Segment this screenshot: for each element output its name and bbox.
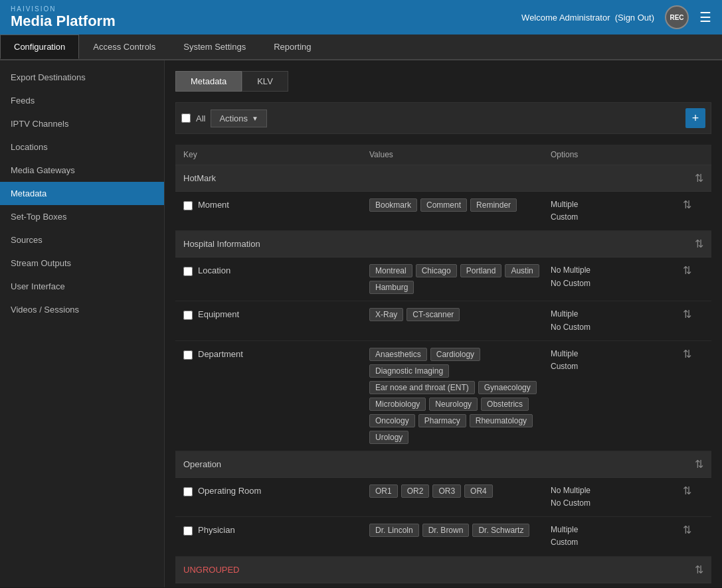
tags-equipment: X-Ray CT-scanner	[369, 308, 551, 321]
table-row: Operating Room OR1 OR2 OR3 OR4 No Multip…	[175, 478, 711, 517]
sign-out-link[interactable]: (Sign Out)	[615, 13, 654, 23]
tag: Dr. Lincoln	[369, 524, 419, 537]
row-key-physician: Physician	[183, 524, 369, 536]
sort-icon-ungrouped[interactable]: ⇅	[695, 563, 703, 576]
tag: Reminder	[470, 198, 517, 212]
tag: Dr. Brown	[422, 524, 470, 537]
tag: Ear nose and throat (ENT)	[369, 381, 475, 394]
sort-icon-hotmark[interactable]: ⇅	[695, 172, 703, 184]
sub-tab-klv[interactable]: KLV	[242, 71, 288, 92]
sidebar-item-feeds[interactable]: Feeds	[0, 89, 164, 112]
sort-icon-operation[interactable]: ⇅	[695, 458, 703, 471]
group-operation-label: Operation	[183, 459, 221, 469]
tag: Oncology	[369, 414, 415, 427]
tag: Microbiology	[369, 398, 426, 411]
actions-label: Actions	[219, 113, 248, 123]
options-department: MultipleCustom	[551, 348, 670, 373]
tag: Diagnostic Imaging	[369, 364, 449, 378]
tag: Obstetrics	[481, 398, 529, 411]
col-values: Values	[369, 150, 551, 159]
row-checkbox-physician[interactable]	[183, 526, 193, 536]
tab-access-controls[interactable]: Access Controls	[79, 35, 169, 59]
sort-icon-department[interactable]: ⇅	[670, 348, 703, 360]
select-all-checkbox[interactable]	[181, 113, 191, 123]
options-operating-room: No MultipleNo Custom	[551, 484, 670, 510]
group-ungrouped: UNGROUPED ⇅	[175, 557, 711, 583]
hamburger-menu-icon[interactable]: ☰	[699, 9, 711, 25]
row-checkbox-moment[interactable]	[183, 201, 193, 210]
all-label: All	[196, 113, 205, 123]
col-actions	[670, 150, 703, 159]
actions-button[interactable]: Actions ▼	[211, 110, 267, 127]
sort-icon-physician[interactable]: ⇅	[670, 524, 703, 536]
tag: Chicago	[416, 264, 457, 277]
tag: Bookmark	[369, 198, 417, 212]
table-row: abc abc dev MultipleNo Custom ⇅	[175, 583, 711, 588]
tags-moment: Bookmark Comment Reminder	[369, 198, 551, 212]
col-key: Key	[183, 150, 369, 159]
table-row: Department Anaesthetics Cardiology Diagn…	[175, 341, 711, 451]
sidebar-item-media-gateways[interactable]: Media Gateways	[0, 159, 164, 182]
tag: Montreal	[369, 264, 412, 277]
toolbar: All Actions ▼ +	[175, 102, 711, 134]
tab-reporting[interactable]: Reporting	[260, 35, 325, 59]
tag: Rheumatology	[470, 414, 533, 427]
add-button[interactable]: +	[685, 108, 705, 128]
sort-icon-equipment[interactable]: ⇅	[670, 308, 703, 321]
row-checkbox-equipment[interactable]	[183, 311, 193, 320]
tag: Cardiology	[430, 348, 480, 361]
options-physician: MultipleCustom	[551, 524, 670, 549]
tag: Austin	[505, 264, 539, 277]
sort-icon-moment[interactable]: ⇅	[670, 198, 703, 211]
tags-location: Montreal Chicago Portland Austin Hamburg	[369, 264, 551, 294]
table-header: Key Values Options	[175, 145, 711, 165]
sidebar-item-videos-sessions[interactable]: Videos / Sessions	[0, 298, 164, 321]
group-hotmark: HotMark ⇅	[175, 165, 711, 192]
sort-icon-location[interactable]: ⇅	[670, 264, 703, 277]
options-location: No MultipleNo Custom	[551, 264, 670, 289]
tags-physician: Dr. Lincoln Dr. Brown Dr. Schwartz	[369, 524, 551, 537]
table-row: Moment Bookmark Comment Reminder Multipl…	[175, 192, 711, 231]
tag: OR1	[369, 484, 398, 498]
tag: Hamburg	[369, 281, 414, 294]
row-key-operating-room: Operating Room	[183, 484, 369, 496]
row-key-equipment: Equipment	[183, 308, 369, 320]
sort-icon-operating-room[interactable]: ⇅	[670, 484, 703, 497]
tab-system-settings[interactable]: System Settings	[169, 35, 260, 59]
tag: Anaesthetics	[369, 348, 427, 361]
sidebar-item-export-destinations[interactable]: Export Destinations	[0, 66, 164, 89]
row-key-department: Department	[183, 348, 369, 360]
sidebar-item-iptv-channels[interactable]: IPTV Channels	[0, 112, 164, 135]
table-row: Physician Dr. Lincoln Dr. Brown Dr. Schw…	[175, 517, 711, 556]
sidebar: Export Destinations Feeds IPTV Channels …	[0, 60, 165, 587]
sidebar-item-set-top-boxes[interactable]: Set-Top Boxes	[0, 205, 164, 228]
welcome-text: Welcome Administrator (Sign Out)	[521, 13, 654, 23]
tag: Gynaecology	[478, 381, 537, 394]
tag: OR3	[432, 484, 461, 498]
sidebar-item-stream-outputs[interactable]: Stream Outputs	[0, 252, 164, 275]
rec-button[interactable]: REC	[665, 5, 689, 29]
header: HAIVISION Media Platform Welcome Adminis…	[0, 0, 722, 35]
sort-icon-hospital[interactable]: ⇅	[695, 238, 703, 250]
group-operation: Operation ⇅	[175, 451, 711, 478]
sidebar-item-sources[interactable]: Sources	[0, 228, 164, 252]
tag: Comment	[420, 198, 467, 212]
sub-tabs: Metadata KLV	[175, 71, 711, 92]
sidebar-item-metadata[interactable]: Metadata	[0, 182, 164, 205]
table-row: Location Montreal Chicago Portland Austi…	[175, 257, 711, 301]
row-checkbox-department[interactable]	[183, 350, 193, 360]
tag: Pharmacy	[418, 414, 466, 427]
table-row: Equipment X-Ray CT-scanner MultipleNo Cu…	[175, 301, 711, 340]
row-checkbox-location[interactable]	[183, 267, 193, 276]
row-checkbox-operating-room[interactable]	[183, 487, 193, 496]
tab-configuration[interactable]: Configuration	[0, 35, 79, 59]
sidebar-item-locations[interactable]: Locations	[0, 135, 164, 159]
tags-department: Anaesthetics Cardiology Diagnostic Imagi…	[369, 348, 551, 444]
tag: X-Ray	[369, 308, 403, 321]
col-options: Options	[551, 150, 670, 159]
brand-platform: Media Platform	[11, 13, 116, 30]
tag: Dr. Schwartz	[472, 524, 529, 537]
sidebar-item-user-interface[interactable]: User Interface	[0, 275, 164, 298]
sub-tab-metadata[interactable]: Metadata	[175, 71, 242, 92]
row-key-location: Location	[183, 264, 369, 276]
